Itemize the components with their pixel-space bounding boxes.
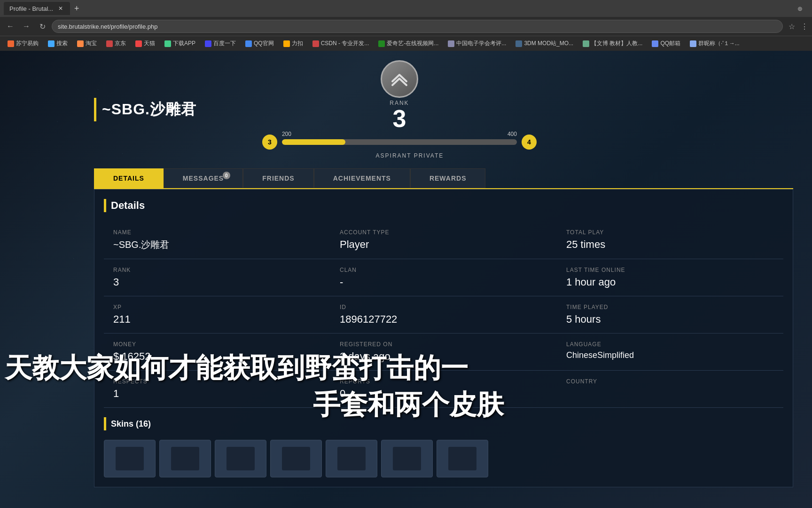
skin-icon-1 (116, 447, 144, 470)
rank-chevron-icon (388, 67, 411, 91)
bookmark-csdn[interactable]: ​ CSDN - 专业开发... (309, 39, 373, 48)
player-name-section: ~SBG.沙雕君 (94, 98, 196, 121)
details-panel: Details NAME ~SBG.沙雕君 ACCOUNT TYPE Playe… (94, 189, 793, 487)
xp-bar-fill (282, 139, 345, 145)
bookmark-label: 搜索 (56, 40, 68, 48)
address-input[interactable] (52, 20, 783, 33)
bookmark-label: 淘宝 (86, 40, 97, 48)
tab-close-button[interactable]: ✕ (57, 5, 64, 12)
skins-section: Skins (16) (104, 417, 783, 477)
bookmark-label: 天猫 (144, 40, 155, 48)
tab-messages[interactable]: MESSAGES 0 (164, 168, 243, 188)
next-rank-circle: 4 (522, 135, 537, 150)
tab-rewards[interactable]: REWARDS (410, 168, 486, 188)
bookmark-jd[interactable]: ​ 京东 (102, 39, 130, 48)
bookmark-label: CSDN - 专业开发... (321, 40, 369, 48)
skin-item-1[interactable] (104, 440, 156, 477)
bookmark-app[interactable]: ​ 下载APP (161, 39, 199, 48)
settings-icon[interactable]: ⋮ (801, 22, 808, 31)
rank-emblem (381, 60, 418, 98)
new-tab-button[interactable]: + (70, 2, 83, 15)
bookmark-label: 苏宁易购 (16, 40, 39, 48)
bookmark-label: 中国电子学会考评... (456, 40, 506, 48)
rank-number: 3 (392, 106, 406, 131)
bookmark-wenbo[interactable]: ​ 【文博 教材】人教... (579, 39, 646, 48)
browser-status-icon: ⊕ (797, 5, 803, 12)
detail-id: ID 1896127722 (330, 296, 557, 333)
xp-bar-wrapper: 200 400 (282, 139, 517, 145)
bookmark-edu[interactable]: ​ 中国电子学会考评... (444, 39, 510, 48)
messages-badge: 0 (223, 172, 230, 179)
subtitle-line2: 手套和两个皮肤 (5, 387, 812, 423)
detail-rank: RANK 3 (104, 259, 330, 296)
skin-icon-6 (393, 447, 421, 470)
particle: · (57, 119, 58, 124)
xp-label-max: 400 (508, 131, 517, 137)
detail-xp: XP 211 (104, 296, 330, 333)
bookmark-iqiyi[interactable]: ​ 爱奇艺-在线视频网... (375, 39, 442, 48)
detail-clan: CLAN - (330, 259, 557, 296)
browser-tab[interactable]: Profile - Brutal... ✕ (4, 2, 70, 15)
xp-bar-background (282, 139, 517, 145)
player-header: ~SBG.沙雕君 RANK 3 3 200 (94, 60, 793, 159)
tab-achievements[interactable]: ACHIEVEMENTS (314, 168, 410, 188)
reload-button[interactable]: ↻ (36, 20, 49, 33)
bookmark-qqmail[interactable]: ​ QQ邮箱 (648, 39, 684, 48)
skin-icon-2 (171, 447, 199, 470)
subtitle-line1: 天教大家如何才能获取到野蛮打击的一 (5, 350, 812, 387)
subtitle-overlay: 天教大家如何才能获取到野蛮打击的一 手套和两个皮肤 (0, 350, 812, 423)
tab-friends[interactable]: FRIENDS (243, 168, 313, 188)
bookmark-baidu[interactable]: ​ 百度一下 (201, 39, 240, 48)
particle: · (73, 256, 74, 261)
bookmark-label: 3DM MOD站_MO... (524, 40, 573, 48)
current-rank-circle: 3 (262, 135, 277, 150)
player-name: ~SBG.沙雕君 (102, 99, 196, 120)
address-bar-row: ← → ↻ ☆ ⋮ (0, 17, 812, 36)
tab-details[interactable]: DETAILS (94, 168, 164, 188)
detail-time-played: TIME PLAYED 5 hours (557, 296, 783, 333)
bookmark-3dm[interactable]: ​ 3DM MOD站_MO... (512, 39, 577, 48)
particle: · (40, 211, 41, 215)
bookmark-label: 群昵称（·'１→... (698, 40, 740, 48)
skin-item-2[interactable] (159, 440, 211, 477)
skins-grid (104, 440, 783, 477)
tab-title: Profile - Brutal... (9, 5, 53, 12)
xp-label-min: 200 (282, 131, 291, 137)
detail-total-play: TOTAL PLAY 25 times (557, 222, 783, 259)
bookmark-qq[interactable]: ​ QQ官网 (242, 39, 278, 48)
rank-section: RANK 3 3 200 400 4 ASPIRANT PRIVATE (262, 60, 537, 159)
aspirant-label: ASPIRANT PRIVATE (376, 152, 444, 159)
skin-item-6[interactable] (381, 440, 433, 477)
bookmark-taobao[interactable]: ​ 淘宝 (73, 39, 101, 48)
back-button[interactable]: ← (4, 20, 17, 33)
section-accent-bar (104, 199, 106, 212)
skin-item-4[interactable] (270, 440, 322, 477)
bookmark-label: 爱奇艺-在线视频网... (387, 40, 438, 48)
bookmark-label: 京东 (115, 40, 126, 48)
skin-item-7[interactable] (437, 440, 488, 477)
xp-bar-row: 3 200 400 4 (262, 135, 537, 150)
detail-account-type: ACCOUNT TYPE Player (330, 222, 557, 259)
bookmark-label: 百度一下 (213, 40, 236, 48)
game-background: · · · · · · · · · · ~SBG.沙雕君 (0, 51, 812, 508)
skin-icon-4 (282, 447, 310, 470)
bookmark-tianmao[interactable]: ​ 天猫 (132, 39, 159, 48)
bookmarks-bar: ​ 苏宁易购 ​ 搜索 ​ 淘宝 ​ 京东 ​ 天猫 ​ 下载APP ​ 百度一… (0, 36, 812, 51)
skin-item-5[interactable] (326, 440, 377, 477)
bookmark-label: 【文博 教材】人教... (591, 40, 642, 48)
tabs-container: DETAILS MESSAGES 0 FRIENDS ACHIEVEMENTS … (94, 168, 793, 189)
bookmark-star-icon[interactable]: ☆ (789, 22, 795, 31)
skin-icon-7 (448, 447, 476, 470)
detail-last-online: LAST TIME ONLINE 1 hour ago (557, 259, 783, 296)
name-accent-bar (94, 98, 96, 121)
browser-chrome: Profile - Brutal... ✕ + ⊕ ← → ↻ ☆ ⋮ ​ 苏宁… (0, 0, 812, 51)
bookmark-suning[interactable]: ​ 苏宁易购 (4, 39, 42, 48)
bookmark-search[interactable]: ​ 搜索 (44, 39, 71, 48)
bookmark-leetcode[interactable]: ​ 力扣 (280, 39, 307, 48)
bookmark-label: QQ官网 (254, 40, 274, 48)
forward-button[interactable]: → (20, 20, 33, 33)
bookmark-group[interactable]: ​ 群昵称（·'１→... (686, 39, 743, 48)
detail-name: NAME ~SBG.沙雕君 (104, 222, 330, 259)
skin-icon-3 (226, 447, 255, 470)
skin-item-3[interactable] (215, 440, 266, 477)
